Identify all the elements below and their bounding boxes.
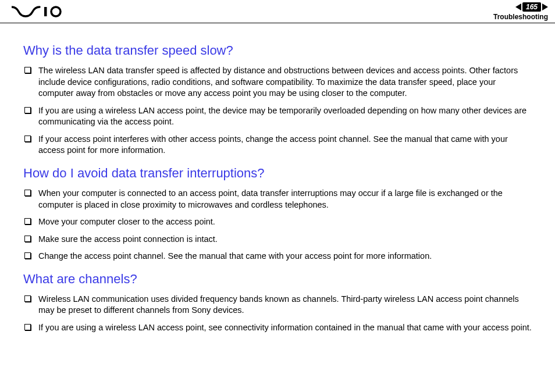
section-list: When your computer is connected to an ac…	[23, 188, 532, 262]
section-label: Troubleshooting	[493, 13, 548, 21]
svg-rect-0	[44, 7, 47, 16]
list-item: Change the access point channel. See the…	[23, 251, 532, 262]
section-list: Wireless LAN communication uses divided …	[23, 294, 532, 334]
list-item: Wireless LAN communication uses divided …	[23, 294, 532, 316]
section-list: The wireless LAN data transfer speed is …	[23, 65, 532, 156]
list-item: Make sure the access point connection is…	[23, 234, 532, 245]
list-item: If you are using a wireless LAN access p…	[23, 105, 532, 128]
section-heading: How do I avoid data transfer interruptio…	[23, 166, 532, 181]
list-item: If your access point interferes with oth…	[23, 134, 532, 156]
list-item: When your computer is connected to an ac…	[23, 188, 532, 211]
list-item: If you are using a wireless LAN access p…	[23, 322, 532, 334]
section-heading: Why is the data transfer speed slow?	[23, 43, 532, 58]
page-number: 165	[522, 2, 541, 12]
next-page-arrow-icon[interactable]	[542, 3, 548, 10]
section-heading: What are channels?	[23, 272, 532, 287]
prev-page-arrow-icon[interactable]	[515, 3, 521, 10]
svg-point-1	[51, 7, 61, 16]
vaio-logo-svg	[12, 6, 64, 17]
list-item: Move your computer closer to the access …	[23, 216, 532, 228]
page-content: Why is the data transfer speed slow? The…	[0, 23, 555, 354]
list-item: The wireless LAN data transfer speed is …	[23, 65, 532, 99]
header-nav: 165 Troubleshooting	[493, 2, 548, 21]
page-nav: 165	[515, 2, 548, 12]
page-header: 165 Troubleshooting	[0, 0, 555, 23]
vaio-logo	[12, 0, 64, 23]
